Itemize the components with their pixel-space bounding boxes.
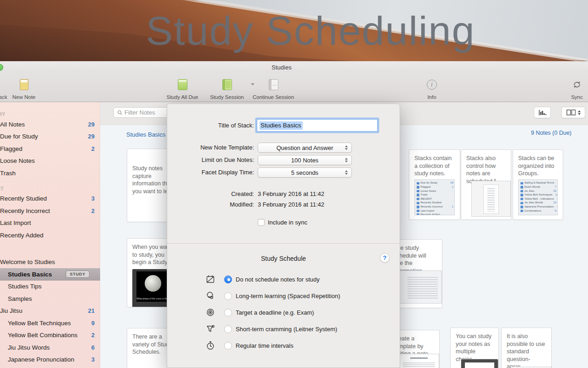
- popup-button[interactable]: 100 Notes: [258, 155, 352, 165]
- mini-row: Due for Study 28: [417, 181, 453, 185]
- mini-screenshot: [399, 270, 442, 304]
- mini-folder-icon: [520, 186, 523, 189]
- schedule-option[interactable]: Target a deadline (e.g. Exam): [167, 304, 400, 321]
- help-button[interactable]: ?: [380, 253, 390, 263]
- sidebar-row[interactable]: All Notes 29: [0, 118, 100, 131]
- mini-row: Dutch Words 7: [520, 185, 556, 190]
- sidebar-row-count: 29: [88, 133, 95, 140]
- sidebar-row-label: Loose Notes: [0, 157, 35, 164]
- new-note-button[interactable]: New Note: [10, 75, 38, 100]
- dialog-row: Limit on Due Notes: 100 Notes: [167, 155, 400, 165]
- schedule-options: Do not schedule notes for study: [167, 271, 400, 354]
- radio-button[interactable]: [224, 342, 232, 350]
- schedule-option[interactable]: Long-term learning (Spaced Repetition): [167, 288, 400, 304]
- note-card[interactable]: It is also possible to use standard ques…: [501, 328, 552, 368]
- sidebar-row-label: Samples: [8, 295, 32, 302]
- mini-screenshot: [461, 359, 498, 368]
- study-badge[interactable]: STUDY: [66, 270, 90, 278]
- sidebar-row[interactable]: LIBRARY: [0, 110, 100, 118]
- sidebar-row[interactable]: Recently Studied 3: [0, 193, 100, 205]
- stack-section-link[interactable]: Studies Basics: [126, 131, 165, 138]
- titlebar[interactable]: Studies: [0, 61, 588, 74]
- sidebar-row[interactable]: Last Import: [0, 217, 100, 230]
- sidebar-row[interactable]: Flagged 2: [0, 143, 100, 155]
- note-card-text: Stacks can be organized into Groups.: [518, 155, 554, 177]
- continue-session-button[interactable]: Continue Session: [249, 75, 298, 100]
- note-card[interactable]: Stacks contain a collection of study not…: [409, 150, 460, 220]
- schedule-option[interactable]: Regular time intervals: [167, 337, 400, 354]
- sidebar-row-count: 2: [91, 332, 95, 339]
- sidebar-row[interactable]: [0, 242, 100, 256]
- sync-button[interactable]: Sync: [563, 75, 588, 100]
- sidebar-row[interactable]: Recently Incorrect 2: [0, 205, 100, 217]
- schedule-option-label: Regular time intervals: [236, 342, 294, 349]
- mini-icon: [417, 206, 419, 208]
- selected-text: Studies Basics: [260, 121, 303, 130]
- mini-row: Trash: [417, 193, 453, 197]
- include-in-sync-row: Include in sync: [258, 219, 307, 226]
- sidebar-row[interactable]: Loose Notes: [0, 155, 100, 167]
- radio-button[interactable]: [224, 325, 232, 333]
- sidebar-row[interactable]: Jiu Jitsu Words 6: [0, 341, 100, 354]
- schedule-option[interactable]: Do not schedule notes for study: [167, 271, 400, 288]
- radio-button[interactable]: [224, 309, 232, 316]
- sidebar-list: LIBRARY All Notes 29 Due for Study 29 Fl…: [0, 102, 100, 366]
- stack-title-input[interactable]: Studies Basics: [257, 119, 378, 132]
- schedule-option[interactable]: Short-term cramming (Leitner System): [167, 321, 400, 337]
- sidebar: LIBRARY All Notes 29 Due for Study 29 Fl…: [0, 102, 100, 368]
- sidebar-row-count: 2: [91, 145, 95, 152]
- mini-screenshot: [399, 354, 439, 368]
- sidebar-row[interactable]: Yellow Belt Combinations 2: [0, 329, 100, 342]
- filter-placeholder: Filter Notes: [124, 109, 155, 116]
- study-all-due-button[interactable]: Study All Due: [162, 75, 203, 100]
- video-caption: What phase of the moon is this?: [136, 297, 170, 300]
- sidebar-row[interactable]: Japanese Pronunciation 3: [0, 354, 100, 366]
- popup-button[interactable]: Question and Answer: [258, 143, 352, 153]
- sidebar-row-label: Japanese Pronunciation: [8, 356, 74, 363]
- sidebar-row[interactable]: Trash: [0, 167, 100, 179]
- sidebar-row[interactable]: RECENT: [0, 184, 100, 193]
- note-card[interactable]: Stacks can be organized into Groups. Sai…: [513, 150, 563, 220]
- mini-row: Flagged 1: [417, 185, 453, 190]
- back-button[interactable]: Back: [0, 75, 11, 100]
- sidebar-row[interactable]: Studies Tips: [0, 281, 100, 293]
- sidebar-row[interactable]: Welcome to Studies: [0, 256, 100, 269]
- desktop-wallpaper: Study Scheduling: [0, 0, 588, 61]
- mini-row: Yellow Belt Techniques 10: [520, 193, 556, 197]
- sidebar-row[interactable]: Yellow Belt Techniques 9: [0, 317, 100, 329]
- sidebar-row-label: Jiu Jitsu: [0, 307, 23, 314]
- note-card-text: There are a variety of Study Schedules.: [132, 334, 172, 355]
- note-card[interactable]: Stacks also control how notes are schedu…: [461, 150, 511, 220]
- sidebar-row[interactable]: Due for Study 29: [0, 131, 100, 143]
- sidebar-row[interactable]: Samples: [0, 293, 100, 305]
- statistics-button[interactable]: [534, 107, 551, 118]
- sidebar-row-count: 21: [88, 307, 95, 314]
- view-options-button[interactable]: [561, 107, 585, 118]
- mini-screenshot: [512, 367, 551, 368]
- sidebar-row[interactable]: Studies Basics STUDY: [0, 268, 100, 281]
- sidebar-row-count: 9: [91, 320, 95, 327]
- note-card-text: Stacks contain a collection of study not…: [414, 155, 452, 177]
- radio-button[interactable]: [224, 276, 232, 283]
- popup-button[interactable]: 5 seconds: [258, 167, 352, 178]
- note-card[interactable]: You can study your notes as multiple cho…: [450, 328, 499, 368]
- popup-value: 100 Notes: [291, 157, 318, 164]
- sidebar-row-label: Flagged: [0, 145, 23, 152]
- popup-value: 5 seconds: [291, 169, 318, 176]
- sidebar-row-label: Recently Incorrect: [0, 207, 50, 214]
- mini-icon: [417, 186, 419, 189]
- sidebar-row-label: Welcome to Studies: [0, 259, 55, 265]
- info-button[interactable]: i Info: [418, 75, 446, 100]
- mini-screenshot: Sailing & Nautical Terms Dutch Words 7 J…: [518, 179, 558, 215]
- study-session-button[interactable]: Study Session: [205, 75, 249, 100]
- sidebar-row-label: Studies Tips: [8, 283, 42, 290]
- traffic-light-green[interactable]: [0, 64, 3, 71]
- mini-folder-icon: [520, 190, 523, 193]
- note-icon: [20, 79, 28, 90]
- include-in-sync-checkbox[interactable]: [258, 219, 265, 226]
- sidebar-row[interactable]: Jiu Jitsu 21: [0, 305, 100, 317]
- modified-label: Modified:: [167, 201, 254, 208]
- radio-button[interactable]: [224, 292, 232, 300]
- target-icon: [205, 307, 215, 317]
- sidebar-row[interactable]: Recently Added: [0, 229, 100, 242]
